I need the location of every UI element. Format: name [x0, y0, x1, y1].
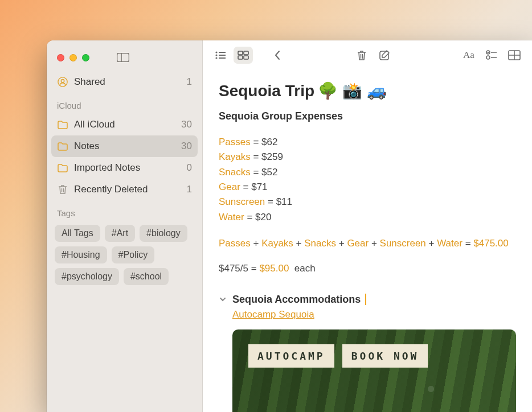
tag-all-tags[interactable]: All Tags — [55, 225, 100, 242]
expense-row: Passes = $62 — [219, 135, 516, 150]
sidebar-section-tags[interactable]: Tags — [47, 200, 202, 221]
folder-icon — [57, 121, 68, 129]
svg-rect-12 — [238, 51, 243, 55]
tags-container: All Tags#Art#biology#Housing#Policy#psyc… — [47, 221, 202, 289]
svg-point-2 — [58, 77, 67, 86]
attachment-preview[interactable]: AUTOCAMP BOOK NOW — [232, 329, 516, 412]
sidebar-item-count: 1 — [187, 184, 192, 195]
table-button[interactable] — [505, 47, 524, 64]
expense-row: Snacks = $52 — [219, 165, 516, 180]
tag-policy[interactable]: #Policy — [112, 246, 155, 263]
svg-point-3 — [61, 80, 64, 83]
note-title: Sequoia Trip 🌳 📸 🚙 — [219, 81, 516, 100]
svg-rect-15 — [244, 56, 248, 59]
sidebar-item-count: 30 — [181, 119, 192, 130]
svg-rect-14 — [238, 56, 243, 59]
minimize-window-button[interactable] — [69, 54, 77, 61]
window-controls — [47, 46, 202, 71]
close-window-button[interactable] — [57, 54, 64, 61]
main-pane: Aa Sequoia Trip 🌳 📸 🚙 Sequoia Group Expe… — [203, 40, 532, 412]
chevron-down-icon — [219, 295, 229, 303]
title-emoji: 🌳 📸 🚙 — [318, 81, 387, 100]
fullscreen-window-button[interactable] — [82, 54, 89, 61]
sidebar-item-notes[interactable]: Notes30 — [51, 135, 198, 157]
sidebar-item-label: Recently Deleted — [74, 184, 148, 195]
sidebar-item-count: 30 — [181, 141, 192, 152]
sidebar: Shared 1 iCloud All iCloud30Notes30Impor… — [47, 40, 203, 412]
expense-list: Passes = $62Kayaks = $259Snacks = $52Gea… — [219, 135, 516, 225]
svg-point-21 — [486, 56, 490, 59]
sidebar-item-recently-deleted[interactable]: Recently Deleted1 — [51, 179, 198, 200]
format-button[interactable]: Aa — [459, 47, 478, 64]
expense-row: Gear = $71 — [219, 180, 516, 195]
expense-row: Kayaks = $259 — [219, 150, 516, 164]
attachment-book-now[interactable]: BOOK NOW — [342, 344, 428, 368]
tag-school[interactable]: #school — [124, 268, 169, 285]
delete-note-button[interactable] — [352, 47, 371, 64]
tag-art[interactable]: #Art — [105, 225, 135, 242]
text-cursor — [365, 294, 366, 305]
toolbar: Aa — [203, 40, 532, 70]
sidebar-item-label: Shared — [74, 76, 105, 88]
traffic-lights — [57, 54, 89, 61]
tag-housing[interactable]: #Housing — [55, 246, 107, 263]
sidebar-item-all-icloud[interactable]: All iCloud30 — [51, 114, 198, 135]
expense-row: Sunscreen = $11 — [219, 195, 516, 209]
note-content[interactable]: Sequoia Trip 🌳 📸 🚙 Sequoia Group Expense… — [203, 70, 532, 412]
svg-point-8 — [215, 57, 217, 59]
folder-icon — [57, 164, 68, 172]
sidebar-item-count: 1 — [187, 76, 192, 88]
accommodations-heading[interactable]: Sequoia Accommodations — [219, 294, 516, 306]
list-view-button[interactable] — [211, 47, 230, 64]
sidebar-item-label: Imported Notes — [74, 162, 140, 174]
gallery-view-button[interactable] — [234, 47, 253, 64]
sidebar-item-label: Notes — [74, 141, 99, 152]
new-note-button[interactable] — [375, 47, 394, 64]
sidebar-item-imported-notes[interactable]: Imported Notes0 — [51, 157, 198, 179]
notes-window: Shared 1 iCloud All iCloud30Notes30Impor… — [47, 40, 532, 412]
svg-rect-0 — [117, 53, 129, 62]
svg-point-6 — [215, 51, 217, 53]
checklist-button[interactable] — [482, 47, 501, 64]
back-button[interactable] — [268, 47, 287, 64]
sidebar-item-count: 0 — [187, 162, 192, 174]
sidebar-item-shared[interactable]: Shared 1 — [51, 71, 198, 93]
tag-psychology[interactable]: #psychology — [55, 268, 119, 285]
sidebar-item-label: All iCloud — [74, 119, 115, 130]
toggle-sidebar-button[interactable] — [116, 52, 130, 63]
autocamp-link[interactable]: Autocamp Sequoia — [232, 309, 314, 320]
expense-row: Water = $20 — [219, 210, 516, 225]
trash-icon — [57, 184, 68, 195]
note-subheading: Sequoia Group Expenses — [219, 110, 516, 122]
tag-biology[interactable]: #biology — [140, 225, 187, 242]
per-person-line: $475/5 = $95.00 each — [219, 261, 516, 276]
person-icon — [57, 77, 68, 87]
svg-point-7 — [215, 54, 217, 56]
desktop-background: Shared 1 iCloud All iCloud30Notes30Impor… — [0, 0, 532, 412]
sidebar-section-icloud[interactable]: iCloud — [47, 93, 202, 114]
folder-icon — [57, 142, 68, 151]
svg-rect-13 — [244, 51, 248, 55]
attachment-logo: AUTOCAMP — [248, 344, 334, 368]
expense-sum: Passes + Kayaks + Snacks + Gear + Sunscr… — [219, 236, 516, 251]
